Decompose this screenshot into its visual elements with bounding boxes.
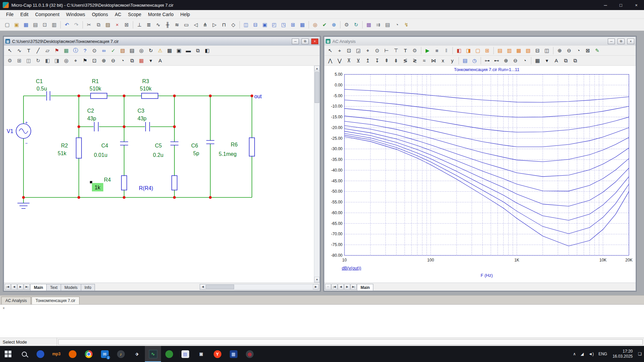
component-r6[interactable]: R6 5.1meg [219, 138, 255, 157]
vscroll-track[interactable] [314, 71, 320, 277]
schematic-minimize-button[interactable]: ─ [292, 39, 299, 44]
c6-value-label[interactable]: 5p [193, 150, 199, 156]
c4-name-label[interactable]: C4 [101, 143, 108, 148]
app-music[interactable]: ♪ [113, 346, 129, 362]
redo-button[interactable]: ↷ [72, 20, 81, 29]
select-mode-button[interactable]: ↖ [5, 46, 14, 55]
scroll-down-button[interactable]: ▼ [314, 277, 320, 283]
graph-select-button[interactable]: + [335, 46, 344, 55]
component-r1[interactable]: R1 510k [90, 78, 107, 99]
r1-name-label[interactable]: R1 [92, 78, 99, 84]
app-yandex[interactable]: Y [209, 346, 225, 362]
hscroll-track[interactable] [206, 284, 313, 290]
rotate-button[interactable]: ↻ [34, 56, 43, 65]
check-button[interactable]: ✔ [320, 20, 329, 29]
stop-button[interactable]: ■ [432, 46, 441, 55]
top-button[interactable]: ⇞ [382, 56, 391, 65]
component-r2[interactable]: R2 51k [58, 138, 82, 158]
plot-legend[interactable]: dB(v(out)) [342, 265, 361, 270]
message-panel-close-button[interactable]: × [1, 306, 6, 310]
component-c1[interactable]: C1 0.5u [36, 78, 50, 101]
zoom-out-button[interactable]: ⊖ [109, 56, 118, 65]
flag-button[interactable]: ⚑ [52, 46, 61, 55]
flip-y-button[interactable]: ◨ [52, 56, 61, 65]
vertical-tag-button[interactable]: ⊤ [391, 46, 400, 55]
first-tab-button[interactable]: |◀ [331, 284, 337, 290]
zoom-auto-button[interactable]: ◔ [574, 46, 583, 55]
step-box-button[interactable]: ⊡ [90, 56, 99, 65]
bottom-button[interactable]: ⇟ [391, 56, 400, 65]
flip-x-button[interactable]: ◧ [43, 56, 52, 65]
scroll-right-button[interactable]: ▶ [313, 284, 319, 290]
capacitor-component-button[interactable]: ╫ [163, 20, 172, 29]
menu-help[interactable]: Help [177, 11, 194, 18]
r4-name-label[interactable]: R4 [104, 177, 111, 183]
app-notes[interactable]: ▤ [177, 346, 193, 362]
page-settings-button[interactable]: ◧ [203, 46, 212, 55]
text-mode-button[interactable]: T [24, 46, 33, 55]
minimize-button[interactable]: ─ [598, 0, 613, 10]
repeat-last-button[interactable]: ↻ [352, 20, 361, 29]
tokens-button[interactable]: ⊞ [483, 46, 492, 55]
c4-value-label[interactable]: 0.01u [94, 152, 107, 158]
app-bird[interactable]: ⬗ [129, 346, 145, 362]
text-mode-button[interactable]: T [401, 46, 410, 55]
sheet-button[interactable]: ⧉ [193, 46, 202, 55]
r5-value-label[interactable]: R(R4) [139, 185, 153, 191]
analysis-limits-button[interactable]: ▤ [383, 20, 392, 29]
paste-button[interactable]: ▨ [103, 20, 112, 29]
low-button[interactable]: ⊻ [354, 56, 363, 65]
zoom-out-button[interactable]: ⊖ [511, 56, 520, 65]
find-part-button[interactable]: ◎ [137, 46, 146, 55]
ac-analysis-titlebar[interactable]: ▦ AC Analysis ─ ⧉ × [324, 37, 636, 46]
stepping-button[interactable]: ⇉ [374, 20, 383, 29]
color-dropdown[interactable]: ▾ [146, 56, 155, 65]
panel-3-button[interactable]: ▦ [514, 46, 523, 55]
sine-source-button[interactable]: ∿ [154, 20, 163, 29]
scroll-up-button[interactable]: ▲ [314, 66, 320, 71]
last-tab-button[interactable]: ▶| [351, 284, 357, 290]
undelete-button[interactable]: ⊠ [122, 20, 131, 29]
numeric-output-button[interactable]: ▤ [461, 56, 470, 65]
search-button[interactable] [16, 346, 32, 362]
zoom-scale-button[interactable]: ◔ [520, 56, 529, 65]
cursor-left-button[interactable]: ◧ [454, 46, 464, 55]
model-editor-button[interactable]: ▩ [364, 20, 373, 29]
app-red-circle[interactable]: ◎ [241, 346, 258, 362]
font-button[interactable]: A [156, 56, 165, 65]
panel-4-button[interactable]: ▧ [524, 46, 533, 55]
panel-1-button[interactable]: ▤ [495, 46, 504, 55]
schematic-canvas[interactable]: + − V1 C1 0.5u [4, 66, 314, 283]
plot-restore-button[interactable]: ⧉ [618, 39, 625, 44]
zoom-in-button[interactable]: ⊕ [555, 46, 564, 55]
waveform-buffer-button[interactable]: ⋈ [429, 56, 438, 65]
tile-vertical-button[interactable]: ◫ [241, 20, 251, 29]
network-icon[interactable]: ◢ [578, 346, 586, 362]
watch-button[interactable]: ◷ [470, 56, 479, 65]
inflection-button[interactable]: ≶ [401, 56, 410, 65]
cursor-link-button[interactable]: ⊶ [483, 56, 492, 65]
font-button[interactable]: A [552, 56, 561, 65]
scroll-left-button[interactable]: ◀ [200, 284, 206, 290]
c3-name-label[interactable]: C3 [138, 108, 145, 114]
warning-button[interactable]: ⚠ [156, 46, 165, 55]
menu-file[interactable]: File [3, 11, 17, 18]
app-firefox[interactable] [64, 346, 80, 362]
pulse-source-button[interactable]: ⊓ [219, 20, 228, 29]
node-label-out[interactable]: out [254, 94, 262, 99]
copy-button[interactable]: ⧉ [94, 20, 103, 29]
cut-button[interactable]: ✂ [85, 20, 94, 29]
resistor-component-button[interactable]: ▭ [182, 20, 191, 29]
c1-name-label[interactable]: C1 [36, 78, 43, 84]
stepping-dialog-button[interactable]: ⊞ [15, 56, 24, 65]
diode-component-button[interactable]: ◁ [191, 20, 200, 29]
document-tab-тонкомпенсация-7-cir[interactable]: Тонкомпенсация 7.cir [32, 297, 79, 304]
schematic-vscrollbar[interactable]: ▲ ▼ [314, 66, 320, 283]
annotate-button[interactable]: ✎ [593, 46, 602, 55]
peak-button[interactable]: ⋀ [326, 56, 335, 65]
c3-value-label[interactable]: 43p [138, 116, 147, 121]
ground-component-button[interactable]: ⊥ [135, 20, 144, 29]
cursor-mode-button[interactable]: ⌖ [363, 46, 372, 55]
r3-name-label[interactable]: R3 [142, 78, 149, 84]
curve-run-3[interactable] [344, 109, 629, 132]
